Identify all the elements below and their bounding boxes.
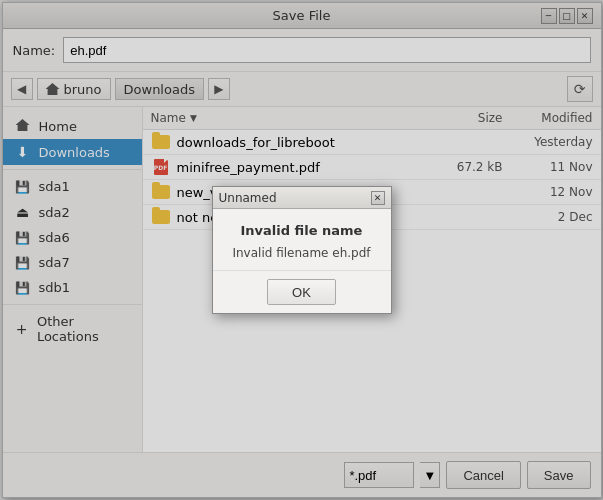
modal-footer: OK (213, 270, 391, 313)
modal-title: Unnamed (219, 191, 277, 205)
modal-heading: Invalid file name (229, 223, 375, 238)
modal-ok-button[interactable]: OK (267, 279, 336, 305)
save-file-dialog: Save File ─ □ ✕ Name: ◀ bruno Downloads … (2, 2, 602, 498)
modal-body: Invalid file name Invalid filename eh.pd… (213, 209, 391, 270)
modal-overlay: Unnamed ✕ Invalid file name Invalid file… (3, 3, 601, 497)
error-dialog: Unnamed ✕ Invalid file name Invalid file… (212, 186, 392, 314)
modal-message: Invalid filename eh.pdf (229, 246, 375, 260)
modal-title-bar: Unnamed ✕ (213, 187, 391, 209)
modal-close-button[interactable]: ✕ (371, 191, 385, 205)
